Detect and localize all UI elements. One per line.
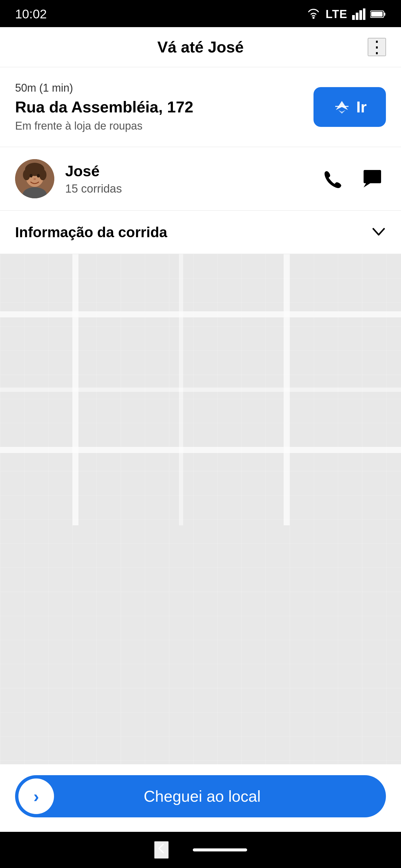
avatar (15, 159, 54, 198)
nav-back-button[interactable] (154, 841, 169, 859)
arrived-button[interactable]: › Cheguei ao local (15, 775, 386, 817)
signal-icon (352, 8, 365, 20)
driver-name: José (65, 162, 309, 180)
svg-rect-4 (363, 8, 365, 20)
svg-rect-7 (371, 12, 382, 17)
bottom-section: › Cheguei ao local (0, 764, 401, 832)
svg-point-12 (23, 169, 30, 180)
address-distance: 50m (1 min) (15, 82, 314, 94)
home-indicator[interactable] (193, 848, 247, 851)
status-icons: LTE (306, 8, 386, 21)
driver-rides: 15 corridas (65, 182, 309, 195)
ride-info-label: Informação da corrida (15, 224, 167, 241)
chat-icon (362, 168, 383, 189)
address-info: 50m (1 min) Rua da Assembléia, 172 Em fr… (15, 82, 314, 132)
driver-info: José 15 corridas (65, 162, 309, 195)
status-bar: 10:02 LTE (0, 0, 401, 27)
avatar-image (15, 159, 54, 198)
arrived-label: Cheguei ao local (54, 787, 350, 805)
status-time: 10:02 (15, 7, 47, 22)
driver-section: José 15 corridas (0, 147, 401, 211)
header: Vá até José ⋮ (0, 27, 401, 67)
go-button[interactable]: Ir (314, 87, 386, 127)
navigate-icon (333, 98, 351, 116)
chat-button[interactable] (359, 165, 386, 192)
svg-point-15 (37, 174, 40, 178)
go-button-label: Ir (356, 98, 367, 116)
lte-label: LTE (325, 8, 347, 21)
arrived-chevron-icon: › (33, 786, 39, 806)
svg-rect-1 (352, 15, 355, 20)
phone-icon (322, 168, 344, 189)
address-street: Rua da Assembléia, 172 (15, 98, 314, 116)
address-section: 50m (1 min) Rua da Assembléia, 172 Em fr… (0, 67, 401, 147)
driver-actions (319, 165, 386, 192)
battery-icon (370, 10, 386, 19)
svg-point-13 (39, 169, 47, 180)
svg-rect-18 (364, 170, 381, 183)
chevron-down-icon (371, 224, 386, 241)
svg-rect-2 (356, 13, 359, 20)
page-title: Vá até José (157, 38, 244, 56)
arrived-button-circle: › (19, 778, 54, 814)
svg-rect-6 (384, 13, 385, 16)
svg-point-14 (30, 174, 33, 178)
svg-marker-19 (364, 183, 370, 187)
map-visual (0, 254, 401, 764)
main-content: Vá até José ⋮ 50m (1 min) Rua da Assembl… (0, 27, 401, 832)
svg-point-0 (313, 17, 315, 19)
ride-info-section[interactable]: Informação da corrida (0, 211, 401, 254)
wifi-icon (306, 9, 321, 20)
svg-point-16 (33, 178, 36, 180)
menu-button[interactable]: ⋮ (368, 38, 386, 56)
call-button[interactable] (319, 165, 347, 192)
bottom-nav (0, 832, 401, 868)
back-arrow-icon (155, 842, 168, 855)
address-note: Em frente à loja de roupas (15, 120, 314, 132)
svg-rect-3 (360, 10, 362, 20)
map-area (0, 254, 401, 764)
